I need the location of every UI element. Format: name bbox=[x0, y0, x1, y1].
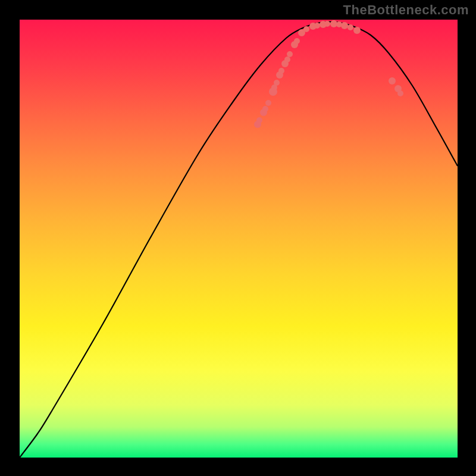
plot-area bbox=[20, 20, 458, 458]
data-marker bbox=[278, 68, 284, 74]
chart-container: TheBottleneck.com bbox=[0, 0, 476, 476]
chart-svg bbox=[20, 20, 458, 458]
data-marker bbox=[389, 77, 396, 84]
data-marker bbox=[262, 106, 268, 112]
data-marker bbox=[347, 24, 353, 30]
bottleneck-curve bbox=[20, 22, 458, 458]
data-marker bbox=[397, 90, 403, 96]
data-marker bbox=[314, 23, 320, 29]
data-marker bbox=[353, 27, 361, 34]
data-marker bbox=[341, 22, 348, 29]
data-marker bbox=[294, 38, 300, 44]
data-marker bbox=[287, 51, 293, 57]
data-marker bbox=[303, 26, 309, 32]
data-marker bbox=[324, 21, 330, 27]
watermark-text: TheBottleneck.com bbox=[343, 2, 469, 18]
data-marker bbox=[265, 100, 271, 106]
data-marker bbox=[284, 57, 290, 62]
data-marker bbox=[274, 80, 280, 86]
data-markers bbox=[254, 20, 403, 128]
data-marker bbox=[256, 117, 262, 123]
